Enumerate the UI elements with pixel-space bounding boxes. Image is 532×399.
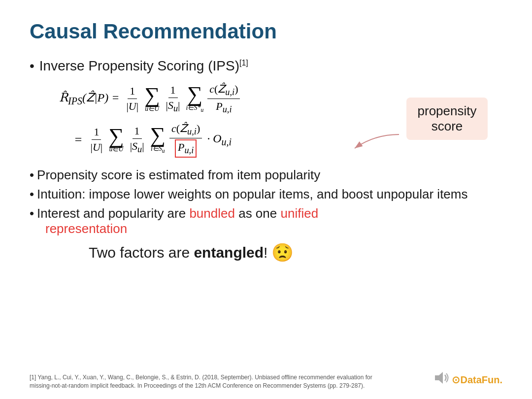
citation-text: [1] Yang, L., Cui, Y., Xuan, Y., Wang, C…	[30, 373, 384, 390]
svg-marker-1	[435, 372, 443, 384]
sum-i: ∑ i∈S*u	[186, 85, 204, 113]
frac-c-Pboxed: c(Ẑu,i) Pu,i	[169, 122, 202, 158]
callout-arrow	[345, 130, 404, 154]
sum-u: ∑ u∈U	[144, 86, 160, 112]
sum-u-2: ∑ u∈U	[108, 127, 124, 153]
bullet-item-3: • Interest and popularity are bundled as…	[30, 206, 502, 221]
bullet-item-2: • Intuition: impose lower weights on pop…	[30, 187, 502, 202]
bullet-item-1: • Propensity score is estimated from ite…	[30, 167, 502, 183]
formula-lhs-1: R̂IPS(Ẑ|P) =	[59, 91, 119, 107]
unified-text: unified	[280, 206, 318, 221]
logo-area: ⊙DataFun.	[432, 369, 502, 390]
speaker-icon	[432, 369, 450, 390]
propensity-callout: propensityscore	[406, 98, 488, 140]
ips-section: • Inverse Propensity Scoring (IPS)[1] R̂…	[30, 58, 502, 158]
logo-d: ⊙	[452, 374, 460, 385]
dot-O: · Ou,i	[207, 132, 232, 148]
entangled-label: Two factors are entangled!	[89, 244, 267, 261]
formula-block: R̂IPS(Ẑ|P) = 1 |U| ∑ u∈U 1 |Su|	[59, 83, 502, 158]
bullet-text-1: Propensity score is estimated from item …	[37, 167, 320, 183]
frac-1-U: 1 |U|	[124, 85, 140, 113]
bullet-text-2: Intuition: impose lower weights on popul…	[37, 187, 467, 202]
formula-equals-2: =	[74, 133, 83, 147]
logo-text: DataFun.	[460, 374, 502, 385]
bullet-dot-3: •	[30, 187, 34, 202]
slide-title: Causal Recommendation	[30, 20, 502, 43]
ips-label: Inverse Propensity Scoring (IPS)[1]	[39, 58, 248, 74]
frac-c-P: c(Ẑu,i) Pu,i	[207, 83, 240, 115]
sum-i-2: ∑ i∈Su	[150, 126, 166, 154]
bullet-dot-4: •	[30, 206, 34, 221]
frac-1-Su: 1 |Su|	[164, 84, 182, 114]
bullet-item-3b: representation	[45, 221, 502, 236]
sad-face-icon: 😟	[271, 242, 294, 263]
bullet-dot-1: •	[30, 58, 34, 74]
ips-superscript: [1]	[239, 59, 248, 67]
bullet-text-3: Interest and popularity are bundled as o…	[37, 206, 318, 221]
ips-bullet: • Inverse Propensity Scoring (IPS)[1]	[30, 58, 502, 74]
datafun-logo: ⊙DataFun.	[452, 374, 502, 386]
bundled-text: bundled	[189, 206, 235, 221]
bullets-bottom: • Propensity score is estimated from ite…	[30, 167, 502, 236]
entangled-bold: entangled	[194, 244, 264, 261]
entangled-line: Two factors are entangled! 😟	[89, 242, 502, 263]
frac-1-Su-2: 1 |Su|	[128, 125, 146, 155]
bullet-dot-2: •	[30, 167, 34, 183]
frac-1-U-2: 1 |U|	[89, 126, 105, 154]
representation-text: representation	[45, 221, 127, 236]
footer: [1] Yang, L., Cui, Y., Xuan, Y., Wang, C…	[30, 369, 502, 390]
slide-container: Causal Recommendation • Inverse Propensi…	[0, 0, 532, 399]
